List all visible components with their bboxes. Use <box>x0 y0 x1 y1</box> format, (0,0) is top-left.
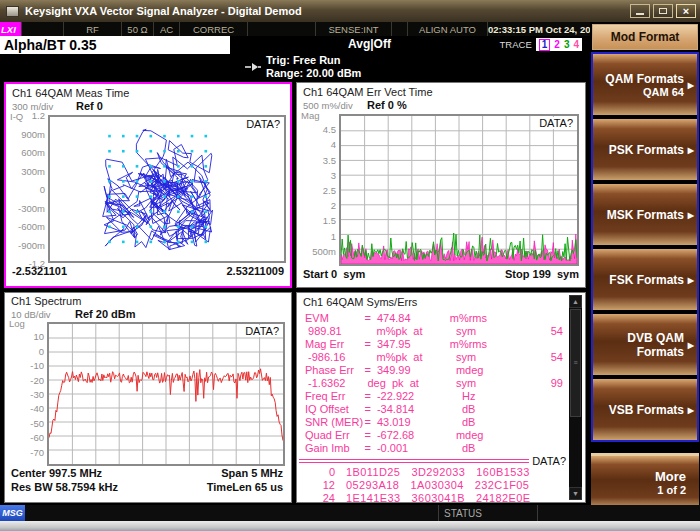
restore-icon <box>659 8 667 14</box>
status-sense: SENSE:INT <box>316 22 392 36</box>
panel-title: Ch1 64QAM Err Vect Time <box>297 83 585 99</box>
scroll-up-icon[interactable]: ▲ <box>569 295 582 308</box>
status-coupling: AC <box>154 22 180 36</box>
msg-button[interactable]: MSG <box>0 505 25 521</box>
trigger-icon <box>244 58 262 76</box>
y-axis-label: Log <box>9 318 25 329</box>
submenu-arrow-icon: ▶ <box>688 275 694 284</box>
minimize-button[interactable] <box>630 4 650 18</box>
symbol-row: 241E141E333603041B24182E0E <box>299 492 585 503</box>
time-len-readout: TimeLen 65 us <box>207 481 283 494</box>
trace-1-indicator[interactable]: 1 <box>539 39 551 51</box>
error-row: Quad Err= -672.68 mdeg <box>305 429 577 442</box>
softkey-menu-title: Mod Format <box>592 24 698 50</box>
window-title: Keysight VXA Vector Signal Analyzer - Di… <box>25 5 302 17</box>
error-row: -986.16 m%pk at sym54 <box>305 351 577 364</box>
status-correction: CORREC <box>180 22 248 36</box>
error-row: Freq Err= -22.922 Hz <box>305 390 577 403</box>
y-axis-ticks: I-Q 1.2 900m 600m 300m 0 -300m -600m -90… <box>8 115 48 263</box>
trace-2-indicator[interactable]: 2 <box>554 39 560 50</box>
error-row: -1.6362 deg pk at sym99 <box>305 377 577 390</box>
trace-label: TRACE <box>500 39 532 50</box>
instrument-status-bar: LXI RF 50 Ω AC CORREC SENSE:INT ALIGN AU… <box>0 22 590 36</box>
status-align: ALIGN AUTO <box>408 22 488 36</box>
res-bw-readout: Res BW 58.7594 kHz <box>11 481 118 494</box>
panel-spectrum[interactable]: Ch1 Spectrum 10 dB/div Ref 20 dBm Log 10… <box>4 292 292 503</box>
status-label: STATUS <box>438 505 538 521</box>
restore-button[interactable] <box>653 4 673 18</box>
constellation-plot-area: DATA? <box>48 115 286 263</box>
panel-title: Ch1 64QAM Meas Time <box>6 84 290 100</box>
symbol-row: 1205293A181A030304232C1F05 <box>299 479 585 492</box>
trigger-row: Trig: Free Run Range: 20.00 dBm <box>0 54 590 80</box>
ref-level: Ref 0 % <box>367 99 407 111</box>
scrollbar[interactable]: ▲ ≡ ▼ <box>569 295 582 500</box>
measurement-header-row: Alpha/BT 0.35 Avg|Off TRACE 1 2 3 4 <box>0 36 590 54</box>
window-controls: × <box>630 4 696 18</box>
symbol-row: 01B011D253D292033160B1533 <box>299 466 585 479</box>
format-button-group: QAM Formats QAM 64 ▶ PSK Formats ▶ MSK F… <box>591 52 699 442</box>
y-axis-label: Mag <box>301 110 319 121</box>
panel-err-vect-time[interactable]: Ch1 64QAM Err Vect Time 500 m%/div Ref 0… <box>296 82 586 288</box>
error-row: SNR (MER)= 43.019 dB <box>305 416 577 429</box>
panel-syms-errs[interactable]: Ch1 64QAM Syms/Errs EVM= 474.84m%rms 989… <box>296 292 586 503</box>
alpha-bt-readout[interactable]: Alpha/BT 0.35 <box>0 36 230 54</box>
scroll-down-icon[interactable]: ▼ <box>569 487 582 500</box>
display-area: Ch1 64QAM Meas Time 300 m/div Ref 0 I-Q … <box>0 80 590 505</box>
data-overlay: DATA? <box>243 325 281 337</box>
symbol-table: 01B011D253D292033160B15331205293A181A030… <box>297 466 585 503</box>
status-blank-3 <box>392 22 408 36</box>
y-axis-ticks: Mag 4.5 4 3.5 3 2.5 2 1.5 1 500m <box>299 114 339 266</box>
status-datetime: 02:33:15 PM Oct 24, 2018 <box>488 22 601 36</box>
titlebar: Keysight VXA Vector Signal Analyzer - Di… <box>0 0 700 22</box>
error-row: Phase Err= 349.99 mdeg <box>305 364 577 377</box>
lxi-badge[interactable]: LXI <box>0 22 22 36</box>
qam-formats-button[interactable]: QAM Formats QAM 64 ▶ <box>593 54 697 115</box>
trace-4-indicator[interactable]: 4 <box>573 39 579 50</box>
status-blank-2 <box>248 22 316 36</box>
data-overlay: DATA? <box>532 455 566 467</box>
minimize-icon <box>636 13 644 15</box>
trace-3-indicator[interactable]: 3 <box>564 39 570 50</box>
err-vect-trace <box>341 116 577 264</box>
trace-selector: TRACE 1 2 3 4 <box>500 38 582 51</box>
page-indicator: 1 of 2 <box>657 484 686 496</box>
app-icon <box>6 6 19 17</box>
softkey-sidebar: Mod Format QAM Formats QAM 64 ▶ PSK Form… <box>590 22 700 505</box>
trigger-info: Trig: Free Run Range: 20.00 dBm <box>266 54 361 80</box>
error-row: Mag Err= 347.95m%rms <box>305 338 577 351</box>
error-row: IQ Offset= -34.814 dB <box>305 403 577 416</box>
vsa-application-window: Keysight VXA Vector Signal Analyzer - Di… <box>0 0 700 531</box>
fsk-formats-button[interactable]: FSK Formats ▶ <box>593 249 697 310</box>
ref-level: Ref 0 <box>76 100 103 112</box>
submenu-arrow-icon: ▶ <box>688 80 694 89</box>
data-overlay: DATA? <box>537 117 575 129</box>
center-freq-readout: Center 997.5 MHz <box>11 467 102 480</box>
more-button[interactable]: More 1 of 2 <box>591 453 699 509</box>
psk-formats-button[interactable]: PSK Formats ▶ <box>593 119 697 180</box>
spectrum-trace <box>49 324 283 464</box>
trace-numbers: 1 2 3 4 <box>536 38 582 51</box>
dvb-qam-formats-button[interactable]: DVB QAM Formats ▶ <box>593 314 697 375</box>
trig-mode: Trig: Free Run <box>266 54 361 67</box>
vsb-formats-button[interactable]: VSB Formats ▶ <box>593 379 697 440</box>
submenu-arrow-icon: ▶ <box>688 145 694 154</box>
panel-meas-time[interactable]: Ch1 64QAM Meas Time 300 m/div Ref 0 I-Q … <box>4 82 292 288</box>
msk-formats-button[interactable]: MSK Formats ▶ <box>593 184 697 245</box>
panel-title: Ch1 64QAM Syms/Errs <box>297 293 585 309</box>
close-button[interactable]: × <box>676 4 696 18</box>
submenu-arrow-icon: ▶ <box>688 405 694 414</box>
x-start-label: Start 0 sym <box>303 268 365 280</box>
status-rf: RF <box>64 22 122 36</box>
span-readout: Span 5 MHz <box>221 467 283 480</box>
submenu-arrow-icon: ▶ <box>688 210 694 219</box>
taskbar-strip <box>0 521 700 531</box>
constellation-trace <box>50 117 284 261</box>
ref-level: Ref 20 dBm <box>75 308 136 320</box>
error-row: 989.81 m%pk at sym54 <box>305 325 577 338</box>
scroll-thumb[interactable]: ≡ <box>570 309 581 417</box>
error-row: Gain Imb= -0.001 dB <box>305 442 577 455</box>
data-separator: DATA? <box>299 456 577 466</box>
err-vect-plot-area: DATA? <box>339 114 579 266</box>
spectrum-plot-area: DATA? <box>47 322 285 466</box>
